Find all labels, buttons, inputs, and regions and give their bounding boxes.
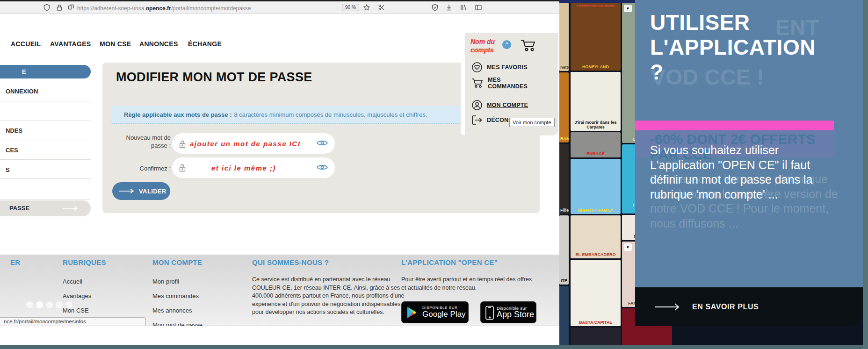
poster-title: ITE: [559, 277, 569, 285]
browser-window: https://adherent-snep-unsa.opence.fr/por…: [0, 0, 559, 326]
background-edge-strip: [863, 0, 868, 349]
user-circle-icon: [471, 100, 483, 111]
movie-poster[interactable]: 2 NOMINATIONS AUX OSCARSHONEYLAND: [571, 3, 621, 71]
footer-link-accueil[interactable]: Accueil: [63, 278, 82, 285]
library-icon[interactable]: [460, 4, 467, 11]
favorite-heart-icon[interactable]: ♥: [624, 5, 632, 12]
poster-title: Fille: [559, 207, 569, 214]
nav-item-accueil[interactable]: ACCUEIL: [11, 40, 41, 48]
phone-icon: [485, 306, 494, 320]
heart-circle-icon: [471, 62, 483, 73]
movie-poster[interactable]: Fille: [559, 144, 569, 214]
footer-qui-sommes-text: Ce service est distribué en partenariat …: [252, 276, 406, 317]
poster-title: BIGFOOT FAMILY: [571, 207, 621, 214]
new-password-input[interactable]: [172, 133, 335, 154]
sidebar-divider: [0, 121, 91, 121]
google-play-icon: [406, 306, 418, 319]
badge-line2: Google Play: [422, 310, 466, 319]
carousel-dot[interactable]: [56, 301, 63, 308]
poster-title: HONEYLAND: [571, 63, 621, 71]
browser-toolbar: https://adherent-snep-unsa.opence.fr/por…: [0, 1, 559, 14]
carousel-dot-active[interactable]: [36, 301, 43, 308]
footer-link-mon-mot-de-passe[interactable]: Mon mot de passe: [152, 321, 203, 326]
lock-icon: [179, 164, 186, 172]
movie-poster[interactable]: EL EMBARCADERO: [571, 215, 621, 258]
poster-title: BASTA CAPITAL: [571, 319, 621, 326]
lock-icon: [179, 140, 186, 148]
movie-poster[interactable]: J'irai mourir dans les Carpates: [571, 72, 621, 131]
movie-poster[interactable]: CER RIQUE: [559, 286, 569, 349]
poster-title: EL EMBARCADERO: [571, 251, 621, 258]
sidebar-divider: [0, 199, 91, 200]
url-bar[interactable]: https://adherent-snep-unsa.opence.fr/por…: [77, 5, 251, 12]
bookmark-star-icon[interactable]: [363, 4, 370, 11]
status-bar-link-preview: nce.fr/portail/moncompte/mesinfos: [0, 317, 146, 326]
movie-poster[interactable]: nette: [559, 3, 569, 71]
confirm-password-input[interactable]: [172, 157, 335, 178]
menu-label: MON COMPTE: [487, 102, 538, 108]
downloads-icon[interactable]: [445, 4, 453, 11]
sidebar-item-mot-de-passe[interactable]: PASSE: [0, 200, 91, 216]
footer-application-heading: L'APPLICATION "OPEN CE": [401, 258, 498, 266]
account-name[interactable]: Nom ducompte: [470, 37, 495, 54]
menu-item-mon-compte[interactable]: MON COMPTE: [471, 100, 538, 111]
container-tab-icon[interactable]: [67, 4, 75, 11]
nav-item-avantages[interactable]: AVANTAGES: [50, 40, 91, 48]
screenshot-tool-icon[interactable]: [378, 4, 385, 11]
sidebar-item-favoris[interactable]: S: [6, 166, 10, 173]
movie-poster[interactable]: BASTA CAPITAL: [571, 260, 621, 326]
sidebar-item-connexion[interactable]: ONNEXION: [6, 88, 38, 95]
new-password-label: Nouveau mot de passe :: [116, 134, 171, 150]
carousel-dot[interactable]: [65, 301, 72, 308]
show-password-button[interactable]: [315, 138, 329, 149]
promo-slide: ENT VOD CCE ! UTILISER L'APPLICATION ? -…: [635, 0, 863, 287]
taskbar: [0, 345, 863, 349]
carousel-dot[interactable]: [46, 301, 53, 308]
footer-rubriques-heading: RUBRIQUES: [63, 258, 106, 266]
carousel-dot[interactable]: [26, 301, 33, 308]
sidebar-divider: [0, 101, 91, 101]
zoom-level-indicator[interactable]: 90 %: [342, 4, 359, 11]
screen: https://adherent-snep-unsa.opence.fr/por…: [0, 0, 868, 349]
favorite-heart-icon[interactable]: ♥: [624, 243, 632, 251]
footer-contact-heading: ER: [10, 258, 20, 266]
cart-icon: [471, 78, 484, 89]
footer-qui-sommes-heading: QUI SOMMES-NOUS ?: [252, 258, 329, 266]
movie-poster[interactable]: ENRAGÉ: [571, 132, 621, 157]
sidebar-item-active[interactable]: E: [0, 65, 91, 78]
en-savoir-plus-button[interactable]: EN SAVOIR PLUS: [635, 287, 863, 326]
menu-item-mes-favoris[interactable]: MES FAVORIS: [471, 62, 538, 73]
movie-poster[interactable]: BIGFOOT FAMILY: [571, 159, 621, 214]
chevron-up-icon[interactable]: ⌃: [502, 40, 511, 49]
show-confirm-password-button[interactable]: [315, 163, 329, 173]
nav-item-mon-cse[interactable]: MON CSE: [100, 40, 131, 48]
sidebar-item-label: PASSE: [9, 205, 29, 212]
footer-link-mes-annonces[interactable]: Mes annonces: [152, 307, 192, 314]
sidebar-item-commandes[interactable]: NDES: [6, 127, 22, 134]
valider-button[interactable]: VALIDER: [112, 182, 170, 200]
poster-title: ENRAGÉ: [571, 150, 621, 157]
movie-poster[interactable]: BAMAKO: [559, 72, 569, 142]
footer-link-mon-profil[interactable]: Mon profil: [152, 278, 179, 285]
cart-icon[interactable]: [520, 38, 537, 52]
menu-item-mes-commandes[interactable]: MES COMMANDES: [471, 77, 527, 90]
footer-link-mes-commandes[interactable]: Mes commandes: [152, 292, 199, 299]
lock-icon[interactable]: [56, 4, 63, 11]
page-title: MODIFIER MON MOT DE PASSE: [116, 70, 312, 85]
footer-link-avantages[interactable]: Avantages: [63, 292, 91, 299]
nav-item-annonces[interactable]: ANNONCES: [139, 40, 178, 48]
footer-application-text: Pour être averti partout et en temps rée…: [401, 276, 537, 292]
shield-permissions-icon[interactable]: [43, 4, 51, 11]
promo-title: UTILISER L'APPLICATION ?: [650, 10, 816, 85]
poster-title: BAMAKO: [559, 135, 569, 142]
sidebar-toggle-icon[interactable]: [475, 4, 482, 11]
app-store-badge[interactable]: Disponible sur App Store: [480, 301, 536, 323]
sidebar-item-annonces[interactable]: CES: [6, 147, 18, 154]
google-play-badge[interactable]: DISPONIBLE SUR Google Play: [401, 301, 469, 323]
nav-item-echange[interactable]: ÉCHANGE: [188, 40, 222, 48]
arrow-right-icon: [655, 303, 681, 311]
cta-label: EN SAVOIR PLUS: [692, 303, 759, 311]
arrow-right-icon: [63, 206, 79, 211]
tracking-protection-icon[interactable]: [431, 4, 439, 11]
movie-poster[interactable]: ITE: [559, 215, 569, 285]
